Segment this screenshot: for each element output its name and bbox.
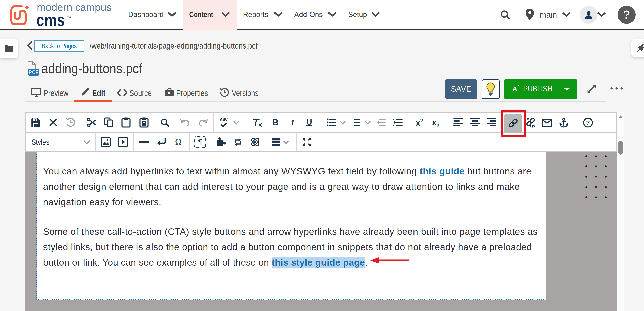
svg-text:1: 1 bbox=[351, 118, 352, 121]
svg-text:3: 3 bbox=[351, 124, 352, 127]
svg-text:': ' bbox=[510, 85, 511, 89]
svg-text:?: ? bbox=[586, 119, 590, 126]
svg-text:A: A bbox=[512, 85, 517, 93]
svg-text:2: 2 bbox=[351, 121, 352, 124]
svg-text:': ' bbox=[518, 85, 519, 89]
